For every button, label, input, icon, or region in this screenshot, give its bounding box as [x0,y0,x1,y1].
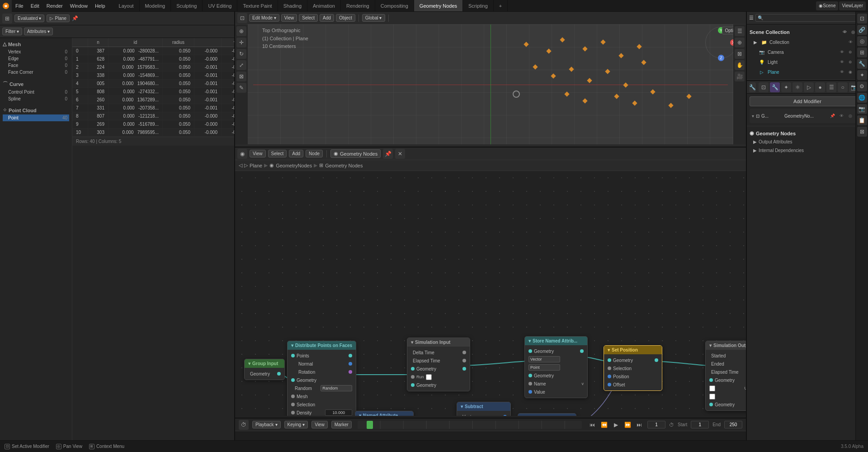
vp-tool-2[interactable]: ⊕ [735,38,745,48]
vp-tool-1[interactable]: ☰ [735,26,745,36]
run-checkbox[interactable] [426,374,432,380]
viewport-select-btn[interactable]: Select [299,14,318,22]
plane-eye[interactable]: 👁 [838,68,845,76]
viewport-add-btn[interactable]: Add [320,14,334,22]
socket-geo-sim-in[interactable] [411,367,415,371]
right-tool-2[interactable]: 🔗 [857,25,867,35]
physics-icon[interactable]: ⚛ [793,82,802,92]
mode-dropdown[interactable]: Evaluated ▾ [14,14,44,22]
annotate-tool[interactable]: ✎ [236,83,246,93]
rotate-tool[interactable]: ↻ [236,49,246,59]
socket-setpos-geo-out[interactable] [655,358,658,362]
menu-render[interactable]: Render [43,0,66,11]
socket-geo-in[interactable] [291,378,295,382]
col-radius[interactable]: radius [163,38,194,47]
filter-btn[interactable]: Filter ▾ [2,28,22,35]
viewport-object-btn[interactable]: Object [336,14,355,22]
right-tool-10[interactable]: 📋 [857,115,867,125]
modifier-render-icon[interactable]: ◎ [847,112,854,119]
subtract-collapse[interactable]: ▾ [461,404,463,409]
particles-icon[interactable]: ✦ [781,82,791,92]
scene-selector[interactable]: ◉ Scene [816,1,838,10]
object-data-icon[interactable]: ▷ [804,82,814,92]
object-btn[interactable]: ▷ Plane [47,14,70,22]
cam-eye[interactable]: 👁 [838,48,845,56]
socket-setpos-offset[interactable] [608,383,611,386]
scale-tool[interactable]: ⤢ [236,60,246,70]
pin-node-btn[interactable]: 📌 [383,149,393,159]
attr-spline[interactable]: Spline 0 [3,95,69,102]
modifier-collapse[interactable]: ▾ [752,114,754,119]
use-cache-checkbox[interactable] [709,385,715,391]
menu-file[interactable]: File [12,0,27,11]
timeline-bar[interactable] [358,421,582,429]
right-tool-4[interactable]: ⊞ [857,48,867,57]
tab-animation[interactable]: Animation [307,0,341,11]
socket-simout-geo-in2[interactable] [709,403,713,406]
socket-store-val-in[interactable] [528,390,532,394]
socket-points-out[interactable] [349,354,352,357]
tab-geometry-nodes[interactable]: Geometry Nodes [414,0,463,11]
stop-checkbox[interactable] [709,394,715,400]
scene-icon2[interactable]: ☰ [826,82,836,92]
transform-tool[interactable]: ⊠ [236,71,246,81]
socket-geo-store-in2[interactable] [528,374,532,377]
store-collapse[interactable]: ▾ [528,338,531,343]
light-eye[interactable]: 👁 [838,58,845,66]
socket-mesh-in[interactable] [291,395,295,398]
col-n[interactable]: n [88,38,108,47]
socket-vec-out[interactable] [503,415,507,416]
group-input-collapse[interactable]: ▾ [248,361,250,366]
gizmo-z[interactable]: Z [718,55,724,61]
density-input[interactable] [325,409,352,416]
right-tool-6[interactable]: ✦ [857,70,867,80]
breadcrumb-plane[interactable]: Plane [250,163,262,168]
world-icon[interactable]: ○ [838,82,848,92]
attr-edge[interactable]: Edge 0 [3,55,69,62]
internal-deps-item[interactable]: ▶ Internal Dependencies [750,146,865,155]
store-type-dropdown[interactable] [528,356,560,362]
step-back-btn[interactable]: ⏪ [599,420,609,429]
right-tool-3[interactable]: ◎ [857,36,867,46]
right-tool-1[interactable]: ⊡ [857,14,867,24]
sim-output-collapse[interactable]: ▾ [709,343,712,348]
marker-btn[interactable]: Marker [331,421,352,428]
right-tool-7[interactable]: ⚙ [857,81,867,91]
node-canvas[interactable]: ▾ Group Input Geometry ▾ Distribute P [235,171,746,416]
material-icon[interactable]: ● [815,82,825,92]
end-frame-input[interactable] [724,421,742,428]
socket-geo-store-out[interactable] [580,349,584,353]
modifier-props-icon[interactable]: 🔧 [770,82,780,92]
vp-tool-4[interactable]: ✋ [735,60,745,70]
cursor-tool[interactable]: ⊕ [236,26,246,36]
play-btn[interactable]: ▶ [611,420,620,429]
vp-tool-5[interactable]: 🎥 [735,71,745,81]
collection-camera[interactable]: 📷 Camera 👁 ⊕ ◎ [750,47,865,57]
right-tool-9[interactable]: 📷 [857,104,867,114]
playback-dropdown[interactable]: Playback ▾ [252,421,281,428]
attr-face-corner[interactable]: Face Corner 0 [3,69,69,76]
attr-face[interactable]: Face 0 [3,62,69,69]
distribute-mode-dropdown[interactable] [321,385,352,391]
tab-uv-editing[interactable]: UV Editing [203,0,237,11]
collection-plane[interactable]: ▷ Plane 👁 ◉ ◎ [750,67,865,77]
tab-texture-paint[interactable]: Texture Paint [237,0,278,11]
attr-point[interactable]: Point 40 [3,114,69,121]
breadcrumb-geonodes[interactable]: GeometryNodes [276,163,312,168]
blender-logo[interactable] [0,0,12,12]
vp-tool-3[interactable]: ⊠ [735,49,745,59]
add-modifier-btn[interactable]: Add Modifier [750,96,865,106]
socket-sel-in[interactable] [291,403,295,406]
light-restrict[interactable]: ⊕ [847,58,854,66]
right-tool-11[interactable]: ⊠ [857,127,867,137]
socket-setpos-sel[interactable] [608,366,611,370]
jump-end-btn[interactable]: ⏭ [635,420,644,429]
add-menu[interactable]: Add [289,150,303,157]
collection-item-main[interactable]: ▶ 📁 Collection 👁 ◎ [750,37,865,47]
menu-edit[interactable]: Edit [27,0,43,11]
outliner-search[interactable]: 🔍 [755,14,859,22]
modifier-pin-icon[interactable]: 📌 [829,112,836,119]
node-menu[interactable]: Node [306,150,323,157]
props-icon[interactable]: 🔧 [749,82,756,92]
tab-modeling[interactable]: Modeling [140,0,171,11]
